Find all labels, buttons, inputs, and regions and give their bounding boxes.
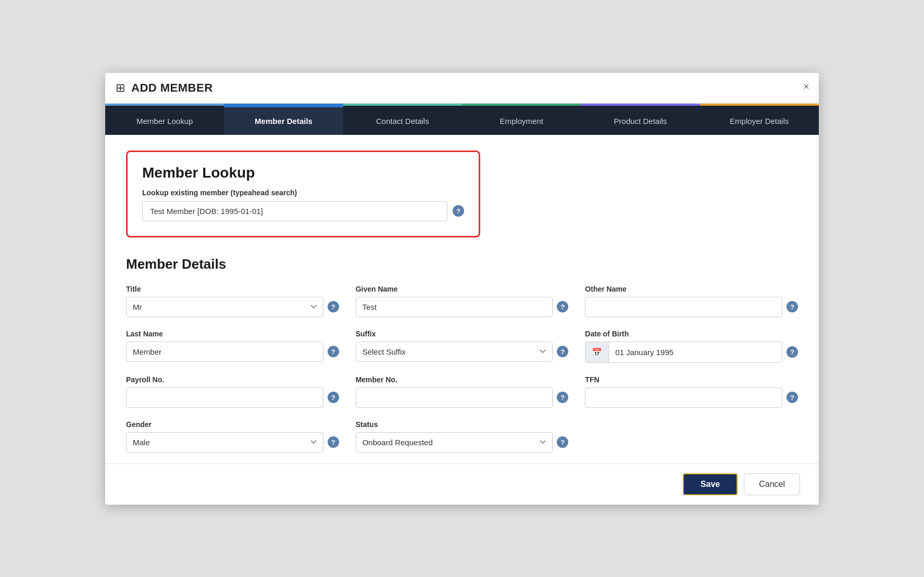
suffix-select[interactable]: Select Suffix Jr Sr II III xyxy=(356,342,553,362)
title-row: Mr Mrs Ms Miss Dr ? xyxy=(126,297,339,317)
member-no-row: ? xyxy=(356,387,569,408)
dob-calendar-button[interactable]: 📅 xyxy=(585,342,609,362)
gender-row: Male Female Other ? xyxy=(126,432,339,453)
payroll-no-input[interactable] xyxy=(126,387,323,408)
member-no-help-icon[interactable]: ? xyxy=(557,392,568,403)
close-button[interactable]: × xyxy=(803,81,809,92)
last-name-field-group: Last Name ? xyxy=(126,330,339,363)
dob-help-icon[interactable]: ? xyxy=(786,346,798,358)
tfn-help-icon[interactable]: ? xyxy=(786,392,798,403)
tab-contact-details[interactable]: Contact Details xyxy=(343,106,462,135)
gender-field-group: Gender Male Female Other ? xyxy=(126,420,339,453)
modal-title: ADD MEMBER xyxy=(131,81,213,95)
payroll-no-row: ? xyxy=(126,387,339,408)
lookup-section-title: Member Lookup xyxy=(142,165,464,181)
gender-label: Gender xyxy=(126,420,339,429)
status-field-group: Status Onboard Requested Active Inactive… xyxy=(356,420,569,453)
member-no-input[interactable] xyxy=(356,387,553,408)
tab-employer-details[interactable]: Employer Details xyxy=(700,106,819,135)
other-name-input[interactable] xyxy=(585,297,782,317)
gender-help-icon[interactable]: ? xyxy=(328,436,339,448)
status-help-icon[interactable]: ? xyxy=(557,436,568,448)
payroll-no-label: Payroll No. xyxy=(126,375,339,384)
status-row: Onboard Requested Active Inactive ? xyxy=(356,432,569,453)
given-name-label: Given Name xyxy=(356,285,569,293)
title-select[interactable]: Mr Mrs Ms Miss Dr xyxy=(126,297,323,317)
dob-input[interactable] xyxy=(609,343,782,362)
tab-member-lookup[interactable]: Member Lookup xyxy=(105,106,224,135)
title-label: Title xyxy=(126,285,339,293)
tfn-input[interactable] xyxy=(585,387,782,408)
save-button[interactable]: Save xyxy=(683,473,738,495)
dob-label: Date of Birth xyxy=(585,330,798,338)
member-details-title: Member Details xyxy=(126,256,798,272)
status-select[interactable]: Onboard Requested Active Inactive xyxy=(356,432,553,453)
tab-product-details[interactable]: Product Details xyxy=(581,106,700,135)
tab-nav: Member Lookup Member Details Contact Det… xyxy=(105,106,819,135)
member-no-label: Member No. xyxy=(356,375,569,384)
tfn-field-group: TFN ? xyxy=(585,375,798,408)
modal-footer: Save Cancel xyxy=(105,463,819,505)
title-field-group: Title Mr Mrs Ms Miss Dr ? xyxy=(126,285,339,317)
given-name-row: ? xyxy=(356,297,569,317)
lookup-help-icon[interactable]: ? xyxy=(453,205,464,217)
member-lookup-section: Member Lookup Lookup existing member (ty… xyxy=(126,150,480,237)
tab-employment[interactable]: Employment xyxy=(462,106,581,135)
given-name-field-group: Given Name ? xyxy=(356,285,569,317)
member-no-field-group: Member No. ? xyxy=(356,375,569,408)
modal-body: Member Lookup Lookup existing member (ty… xyxy=(105,135,819,505)
gender-select[interactable]: Male Female Other xyxy=(126,432,323,453)
other-name-label: Other Name xyxy=(585,285,798,293)
last-name-label: Last Name xyxy=(126,330,339,338)
other-name-help-icon[interactable]: ? xyxy=(786,301,798,312)
title-help-icon[interactable]: ? xyxy=(328,301,339,312)
payroll-no-help-icon[interactable]: ? xyxy=(328,392,339,403)
tab-member-details[interactable]: Member Details xyxy=(224,106,343,135)
given-name-input[interactable] xyxy=(356,297,553,317)
suffix-help-icon[interactable]: ? xyxy=(557,346,568,357)
grid-icon: ⊞ xyxy=(116,81,125,95)
cancel-button[interactable]: Cancel xyxy=(744,473,800,495)
status-label: Status xyxy=(356,420,569,429)
tfn-label: TFN xyxy=(585,375,798,384)
member-details-form: Title Mr Mrs Ms Miss Dr ? Given Name xyxy=(126,285,798,453)
modal-header: ⊞ ADD MEMBER × xyxy=(105,73,819,104)
lookup-input-row: ? xyxy=(142,201,464,221)
suffix-field-group: Suffix Select Suffix Jr Sr II III ? xyxy=(356,330,569,363)
other-name-field-group: Other Name ? xyxy=(585,285,798,317)
dob-input-wrapper: 📅 xyxy=(585,342,782,363)
add-member-modal: ⊞ ADD MEMBER × Member Lookup Member Deta… xyxy=(105,73,819,505)
other-name-row: ? xyxy=(585,297,798,317)
given-name-help-icon[interactable]: ? xyxy=(557,301,568,312)
payroll-no-field-group: Payroll No. ? xyxy=(126,375,339,408)
dob-row: 📅 ? xyxy=(585,342,798,363)
last-name-row: ? xyxy=(126,342,339,362)
dob-field-group: Date of Birth 📅 ? xyxy=(585,330,798,363)
member-lookup-input[interactable] xyxy=(142,201,447,221)
suffix-label: Suffix xyxy=(356,330,569,338)
tfn-row: ? xyxy=(585,387,798,408)
last-name-input[interactable] xyxy=(126,342,323,362)
last-name-help-icon[interactable]: ? xyxy=(328,346,339,357)
lookup-field-label: Lookup existing member (typeahead search… xyxy=(142,189,464,197)
suffix-row: Select Suffix Jr Sr II III ? xyxy=(356,342,569,362)
